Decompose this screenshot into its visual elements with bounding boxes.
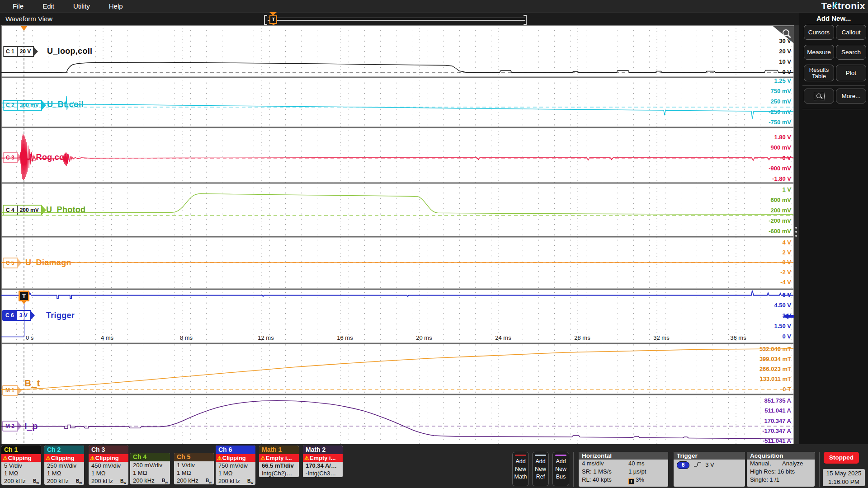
time-label: 4 ms [101,334,113,341]
math2-tick: 851.735 A [764,397,791,404]
ch5-settings-badge[interactable]: Ch 5 1 V/div 1 MΩ 200 kHzBw [174,453,214,484]
ch3-tick: 0 V [782,155,791,162]
math1-settings-badge[interactable]: Math 1 ⚠Empty i... 66.5 mT/div Intg(Ch2)… [259,446,299,477]
zoom-select-button[interactable] [804,89,834,103]
ch4-tick: 1 V [782,186,791,193]
acquisition-panel[interactable]: Acquisition Manual,Analyze High Res: 16 … [747,452,815,487]
record-view-left-bracket[interactable] [264,15,267,25]
math1-tick: 0 T [783,386,791,393]
ch5-badge[interactable]: C 5 [3,258,18,268]
ch6-tick: 0 V [782,333,791,340]
ch4-tick: -200 mV [769,217,791,225]
time-label: 8 ms [180,334,193,341]
ch6-label[interactable]: Trigger [46,311,75,320]
ch3-label[interactable]: U_Rog,coil [25,153,69,162]
ch6-clipping-warning: ⚠Clipping [216,454,255,462]
math1-badge[interactable]: M 1 [2,385,18,396]
measure-button[interactable]: Measure [804,45,834,60]
time-label: 36 ms [730,334,746,341]
more-button[interactable]: More... [836,89,866,103]
ch5-tick: 0 V [782,259,791,266]
ch1-tick: 0 V [782,69,791,76]
bottom-settings-bar: Ch 1 ⚠Clipping 5 V/div 1 MΩ 200 kHzBw Ch… [0,444,868,488]
time-label: 32 ms [653,334,669,341]
time-label: 20 ms [416,334,432,341]
record-view-bar[interactable] [268,20,525,21]
record-view-line [268,18,525,18]
warning-icon: ⚠ [304,455,309,461]
cursors-button[interactable]: Cursors [804,25,834,40]
waveform-view-titlebar: Waveform View T [0,13,799,25]
ch2-tick: 250 mV [770,98,791,105]
ch1-badge[interactable]: C 120 V [3,46,34,57]
add-new-heading: Add New... [799,14,868,22]
math1-label[interactable]: B_t [24,378,40,389]
ch3-clipping-warning: ⚠Clipping [89,454,128,462]
trigger-panel[interactable]: Trigger 6 3 V [674,452,745,487]
math2-empty-warning: ⚠Empty i... [303,454,343,462]
ch5-tick: -2 V [780,269,791,276]
ch6-badge[interactable]: C 63 V [2,310,31,321]
panel-separator [802,85,865,86]
view-title: Waveform View [5,15,52,23]
ch2-settings-badge[interactable]: Ch 2 ⚠Clipping 250 mV/div 1 MΩ 200 kHzBw [44,446,84,485]
plot-button[interactable]: Plot [836,65,866,81]
math1-tick: 532.046 mT [760,346,791,353]
math2-label[interactable]: I_p [24,421,38,432]
ch3-tick: -900 mV [769,165,791,172]
math2-settings-badge[interactable]: Math 2 ⚠Empty i... 170.34 A/… -Intg(Ch3… [303,446,343,477]
trigger-position-icon[interactable] [20,26,28,31]
ch1-tick: 20 V [779,48,791,55]
time-label: 24 ms [495,334,511,341]
ch5-label[interactable]: U_Diamagn [25,258,71,267]
waveform-plot[interactable] [1,25,794,444]
time-label: 1:16:00 PM [823,478,865,486]
ch5-tick: -4 V [780,279,791,286]
add-new-math-button[interactable]: AddNewMath [512,452,529,486]
warning-icon: ⚠ [260,455,265,461]
math1-empty-warning: ⚠Empty i... [259,454,299,462]
results-table-button[interactable]: Results Table [804,65,834,81]
menu-file[interactable]: File [6,2,30,10]
add-new-ref-button[interactable]: AddNewRef [532,452,549,486]
bandwidth-icon: Bw [33,477,39,485]
ch6-settings-badge[interactable]: Ch 6 ⚠Clipping 750 mV/div 1 MΩ 200 kHzBw [216,446,255,485]
ch4-settings-badge[interactable]: Ch 4 200 mV/div 1 MΩ 200 kHzBw [130,453,170,484]
ch1-settings-badge[interactable]: Ch 1 ⚠Clipping 5 V/div 1 MΩ 200 kHzBw [1,446,41,485]
menu-help[interactable]: Help [103,2,129,10]
time-label: 0 s [26,334,33,341]
ch1-tick: 10 V [779,58,791,66]
ch4-badge[interactable]: C 4200 mV [3,205,42,216]
time-label: 16 ms [337,334,353,341]
menu-edit[interactable]: Edit [36,2,61,10]
record-view-right-bracket[interactable] [524,15,527,25]
ch4-label[interactable]: U_Photod [46,205,85,215]
panel-drag-handle[interactable] [795,225,797,239]
callout-button[interactable]: Callout [836,25,866,40]
math1-tick: 266.023 mT [760,366,791,373]
bandwidth-icon: Bw [162,477,168,484]
ch3-settings-badge[interactable]: Ch 3 ⚠Clipping 450 mV/div 1 MΩ 200 kHzBw [89,446,128,485]
ch5-tick: 2 V [782,249,791,256]
bandwidth-icon: Bw [120,477,126,485]
tektronix-logo: Tektronix [821,0,865,11]
datetime-display: 15 May 2025 1:16:00 PM [823,469,865,486]
warning-icon: ⚠ [3,455,8,461]
ch3-badge[interactable]: C 3 [3,152,18,163]
ch2-tick: -750 mV [769,119,791,126]
horizontal-panel[interactable]: Horizontal 4 ms/div40 ms SR: 1 MS/s1 µs/… [579,452,668,487]
math2-badge[interactable]: M 2 [2,421,18,432]
trigger-source-marker-icon[interactable]: T [19,291,29,301]
warning-icon: ⚠ [217,455,222,461]
acquisition-status-badge[interactable]: Stopped [824,452,859,464]
search-button[interactable]: Search [836,45,866,60]
add-new-bus-button[interactable]: AddNewBus [552,452,569,486]
ch1-label[interactable]: U_loop,coil [47,47,92,56]
math2-tick: -170.347 A [762,427,791,435]
ch2-badge[interactable]: C 2300 mV [3,100,42,111]
ch2-label[interactable]: U_Bt,coil [47,100,84,109]
ch6-tick: 1.50 V [774,323,791,330]
bandwidth-icon: Bw [206,477,212,484]
menu-utility[interactable]: Utility [67,2,96,10]
ch3-tick: 900 mV [770,144,791,151]
